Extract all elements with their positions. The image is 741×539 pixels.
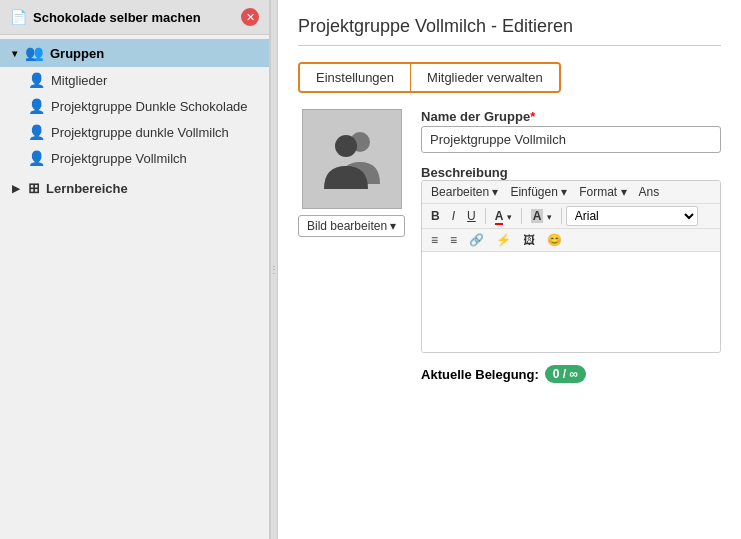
- page-title: Projektgruppe Vollmilch - Editieren: [298, 16, 721, 46]
- main-content: Projektgruppe Vollmilch - Editieren Eins…: [278, 0, 741, 539]
- chevron-down-icon-2: ▾: [561, 185, 567, 199]
- toolbar-highlight[interactable]: A ▾: [526, 207, 557, 225]
- editor-container: Bearbeiten ▾ Einfügen ▾ Format ▾ Ans: [421, 180, 721, 353]
- sidebar-item-dunkle-schoko[interactable]: 👤 Projektgruppe Dunkle Schokolade: [0, 93, 269, 119]
- document-icon: 📄: [10, 9, 27, 25]
- toolbar-ans[interactable]: Ans: [634, 183, 665, 201]
- member-icon-2: 👤: [28, 98, 45, 114]
- name-field-group: Name der Gruppe*: [421, 109, 721, 153]
- tab-einstellungen[interactable]: Einstellungen: [300, 64, 411, 91]
- status-label: Aktuelle Belegung:: [421, 367, 539, 382]
- avatar-box: [302, 109, 402, 209]
- expand-arrow-icon: ▾: [12, 48, 17, 59]
- bild-bearbeiten-button[interactable]: Bild bearbeiten ▾: [298, 215, 405, 237]
- sidebar-item-mitglieder[interactable]: 👤 Mitglieder: [0, 67, 269, 93]
- sidebar-item-lernbereiche[interactable]: ▶ ⊞ Lernbereiche: [0, 175, 269, 201]
- separator-2: [521, 208, 522, 224]
- chevron-down-icon-3: ▾: [621, 185, 627, 199]
- sidebar-item-label-mitglieder: Mitglieder: [51, 73, 107, 88]
- chevron-down-icon-4: ▾: [507, 212, 512, 222]
- toolbar-image[interactable]: 🖼: [518, 231, 540, 249]
- toolbar-format[interactable]: Format ▾: [574, 183, 631, 201]
- bild-bearbeiten-label: Bild bearbeiten: [307, 219, 387, 233]
- toolbar-row2: B I U A ▾ A ▾ Arial: [422, 204, 720, 229]
- beschreibung-group: Beschreibung Bearbeiten ▾ Einfügen ▾ For…: [421, 161, 721, 353]
- avatar-icon: [322, 124, 382, 194]
- beschreibung-label: Beschreibung: [421, 165, 721, 180]
- sidebar-item-vollmilch[interactable]: 👤 Projektgruppe Vollmilch: [0, 145, 269, 171]
- toolbar-row3: ≡ ≡ 🔗 ⚡ 🖼 😊: [422, 229, 720, 252]
- sidebar-item-label-dunkle-schoko: Projektgruppe Dunkle Schokolade: [51, 99, 248, 114]
- toolbar-font-color[interactable]: A ▾: [490, 207, 517, 225]
- chevron-down-icon: ▾: [492, 185, 498, 199]
- toolbar-italic[interactable]: I: [447, 207, 460, 225]
- sidebar-section-groups: ▾ 👥 Gruppen 👤 Mitglieder 👤 Projektgruppe…: [0, 35, 269, 175]
- form-area: Bild bearbeiten ▾ Name der Gruppe* Besch…: [298, 109, 721, 383]
- svg-point-1: [335, 135, 357, 157]
- sidebar-item-gruppen[interactable]: ▾ 👥 Gruppen: [0, 39, 269, 67]
- toolbar-bearbeiten[interactable]: Bearbeiten ▾: [426, 183, 503, 201]
- lernbereiche-icon: ⊞: [28, 180, 40, 196]
- form-fields: Name der Gruppe* Beschreibung Bearbeiten…: [421, 109, 721, 383]
- separator-1: [485, 208, 486, 224]
- separator-3: [561, 208, 562, 224]
- toolbar-row1: Bearbeiten ▾ Einfügen ▾ Format ▾ Ans: [422, 181, 720, 204]
- name-label: Name der Gruppe*: [421, 109, 721, 124]
- member-icon-4: 👤: [28, 150, 45, 166]
- sidebar-header: 📄 Schokolade selber machen ✕: [0, 0, 269, 35]
- sidebar-title: 📄 Schokolade selber machen: [10, 9, 201, 25]
- member-icon: 👤: [28, 72, 45, 88]
- status-badge: 0 / ∞: [545, 365, 586, 383]
- tab-mitglieder-verwalten[interactable]: Mitglieder verwalten: [411, 64, 559, 91]
- dropdown-arrow-icon: ▾: [390, 219, 396, 233]
- name-input[interactable]: [421, 126, 721, 153]
- toolbar-align-center[interactable]: ≡: [445, 231, 462, 249]
- member-icon-3: 👤: [28, 124, 45, 140]
- tab-bar: Einstellungen Mitglieder verwalten: [298, 62, 561, 93]
- lernbereiche-label: Lernbereiche: [46, 181, 128, 196]
- sidebar-item-label-vollmilch: Projektgruppe Vollmilch: [51, 151, 187, 166]
- sidebar-item-dunkle-vollmilch[interactable]: 👤 Projektgruppe dunkle Vollmilch: [0, 119, 269, 145]
- font-select[interactable]: Arial Times New Roman Helvetica: [566, 206, 698, 226]
- chevron-down-icon-5: ▾: [547, 212, 552, 222]
- sidebar-item-label-dunkle-vollmilch: Projektgruppe dunkle Vollmilch: [51, 125, 229, 140]
- groups-label: Gruppen: [50, 46, 104, 61]
- toolbar-emoji[interactable]: 😊: [542, 231, 567, 249]
- sidebar: 📄 Schokolade selber machen ✕ ▾ 👥 Gruppen…: [0, 0, 270, 539]
- toolbar-bold[interactable]: B: [426, 207, 445, 225]
- toolbar-unlink[interactable]: ⚡: [491, 231, 516, 249]
- toolbar-underline[interactable]: U: [462, 207, 481, 225]
- toolbar-link[interactable]: 🔗: [464, 231, 489, 249]
- groups-icon: 👥: [25, 44, 44, 62]
- required-asterisk: *: [530, 109, 535, 124]
- toolbar-einfuegen[interactable]: Einfügen ▾: [505, 183, 572, 201]
- toolbar-align-left[interactable]: ≡: [426, 231, 443, 249]
- close-button[interactable]: ✕: [241, 8, 259, 26]
- editor-body[interactable]: [422, 252, 720, 352]
- resize-divider[interactable]: ⋮: [270, 0, 278, 539]
- avatar-section: Bild bearbeiten ▾: [298, 109, 405, 383]
- status-row: Aktuelle Belegung: 0 / ∞: [421, 365, 721, 383]
- project-title: Schokolade selber machen: [33, 10, 201, 25]
- expand-arrow-lern-icon: ▶: [12, 183, 20, 194]
